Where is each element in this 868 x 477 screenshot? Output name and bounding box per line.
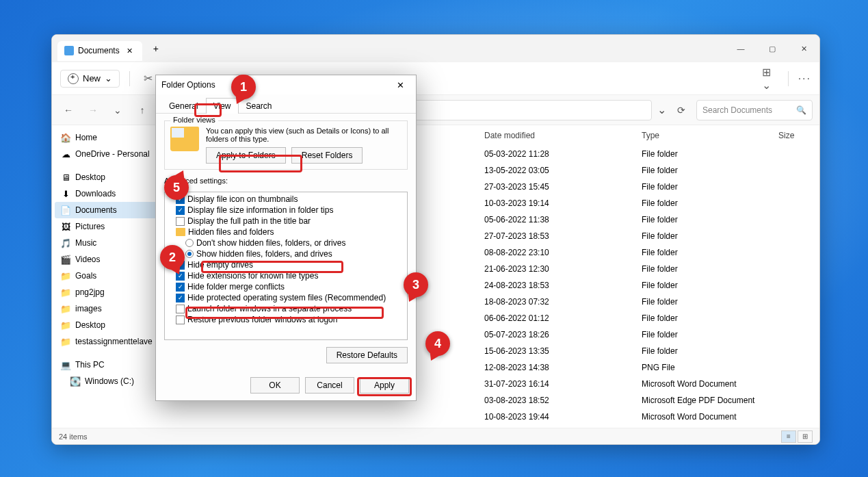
close-tab-icon[interactable]: ✕ — [124, 45, 135, 57]
close-window-button[interactable]: ✕ — [788, 38, 819, 60]
setting-hidden-files-folder[interactable]: Hidden files and folders — [166, 227, 406, 237]
pc-icon: 💻 — [60, 359, 71, 370]
col-date[interactable]: Date modified — [482, 129, 639, 142]
dialog-close-button[interactable]: ✕ — [390, 77, 410, 93]
checkbox-icon[interactable] — [176, 315, 185, 324]
folder-views-text: You can apply this view (such as Details… — [206, 127, 402, 143]
tab-search[interactable]: Search — [239, 98, 280, 114]
tab-general[interactable]: General — [161, 98, 206, 114]
advanced-settings-label: Advanced settings: — [164, 177, 408, 185]
downloads-icon: ⬇ — [60, 188, 71, 199]
details-view-button[interactable]: ≡ — [781, 430, 796, 443]
setting-hide-extensions[interactable]: ✓Hide extensions for known file types — [166, 270, 406, 281]
new-tab-button[interactable]: + — [148, 40, 164, 57]
folder-options-dialog: Folder Options ✕ General View Search Fol… — [155, 75, 417, 401]
search-placeholder: Search Documents — [702, 105, 772, 115]
restore-defaults-button[interactable]: Restore Defaults — [326, 347, 408, 363]
setting-hide-empty-drives[interactable]: ✓Hide empty drives — [166, 259, 406, 270]
folder-icon — [176, 228, 185, 236]
chevron-down-icon: ⌄ — [105, 73, 112, 83]
checkbox-icon[interactable]: ✓ — [176, 272, 185, 281]
folder-icon: 📁 — [60, 336, 71, 347]
documents-icon — [64, 46, 74, 55]
dialog-titlebar: Folder Options ✕ — [156, 75, 416, 94]
setting-file-icon-thumbnails[interactable]: ✓Display file icon on thumbnails — [166, 194, 406, 205]
folder-icon: 📁 — [60, 270, 71, 281]
setting-hide-merge-conflicts[interactable]: ✓Hide folder merge conflicts — [166, 281, 406, 292]
ok-button[interactable]: OK — [250, 377, 300, 394]
refresh-button[interactable]: ⟳ — [672, 102, 691, 118]
checkbox-icon[interactable] — [176, 305, 185, 313]
browser-tab[interactable]: Documents ✕ — [57, 41, 142, 61]
setting-restore-previous[interactable]: Restore previous folder windows at logon — [166, 314, 406, 325]
videos-icon: 🎬 — [60, 254, 71, 265]
item-count: 24 items — [59, 433, 88, 441]
folder-icon: 📁 — [60, 303, 71, 314]
documents-icon: 📄 — [60, 205, 71, 216]
setting-dont-show-hidden[interactable]: Don't show hidden files, folders, or dri… — [166, 237, 406, 248]
tab-title: Documents — [78, 46, 120, 55]
radio-icon[interactable] — [185, 250, 194, 258]
up-button[interactable]: ↑ — [133, 101, 152, 120]
onedrive-icon: ☁ — [60, 149, 71, 159]
checkbox-icon[interactable]: ✓ — [176, 206, 185, 215]
col-size[interactable]: Size — [776, 129, 819, 142]
more-options-button[interactable]: ··· — [798, 73, 811, 85]
maximize-button[interactable]: ▢ — [757, 38, 788, 60]
setting-file-size-tips[interactable]: ✓Display file size information in folder… — [166, 205, 406, 216]
forward-button[interactable]: → — [83, 101, 103, 120]
search-input[interactable]: Search Documents 🔍 — [696, 100, 813, 120]
address-dropdown-icon[interactable]: ⌄ — [657, 103, 666, 116]
disk-icon: 💽 — [70, 376, 81, 387]
folder-views-group: Folder views You can apply this view (su… — [164, 120, 408, 170]
cut-icon[interactable]: ✂ — [140, 70, 156, 87]
new-button[interactable]: New ⌄ — [60, 70, 120, 88]
music-icon: 🎵 — [60, 237, 71, 248]
grid-view-button[interactable]: ⊞ — [798, 430, 813, 443]
tab-view[interactable]: View — [206, 98, 239, 114]
desktop-icon: 🖥 — [60, 172, 71, 183]
minimize-button[interactable]: — — [725, 38, 757, 60]
advanced-settings-tree[interactable]: ✓Display file icon on thumbnails ✓Displa… — [164, 192, 408, 340]
apply-to-folders-button[interactable]: Apply to Folders — [206, 147, 286, 164]
checkbox-icon[interactable]: ✓ — [176, 195, 185, 204]
folder-icon: 📁 — [60, 287, 71, 298]
view-dropdown[interactable]: ⊞ ⌄ — [762, 70, 778, 87]
checkbox-icon[interactable]: ✓ — [176, 283, 185, 292]
setting-launch-separate-process[interactable]: Launch folder windows in a separate proc… — [166, 303, 406, 314]
folder-views-icon — [170, 127, 199, 151]
reset-folders-button[interactable]: Reset Folders — [291, 147, 363, 164]
checkbox-icon[interactable]: ✓ — [176, 294, 185, 302]
setting-full-path-titlebar[interactable]: Display the full path in the title bar — [166, 216, 406, 227]
group-label: Folder views — [170, 116, 218, 124]
back-button[interactable]: ← — [59, 101, 78, 120]
new-label: New — [83, 73, 101, 83]
setting-show-hidden[interactable]: Show hidden files, folders, and drives — [166, 248, 406, 259]
checkbox-icon[interactable]: ✓ — [176, 261, 185, 270]
search-icon: 🔍 — [796, 105, 806, 115]
cancel-button[interactable]: Cancel — [305, 377, 354, 394]
apply-button[interactable]: Apply — [360, 377, 409, 394]
tab-row: General View Search — [156, 94, 416, 114]
pictures-icon: 🖼 — [60, 221, 71, 232]
titlebar: Documents ✕ + — ▢ ✕ — [52, 35, 819, 62]
setting-hide-protected-os-files[interactable]: ✓Hide protected operating system files (… — [166, 292, 406, 303]
recent-dropdown[interactable]: ⌄ — [108, 101, 127, 120]
status-bar: 24 items ≡ ⊞ — [52, 428, 819, 444]
checkbox-icon[interactable] — [176, 217, 185, 226]
radio-icon[interactable] — [185, 239, 194, 247]
plus-icon — [68, 73, 79, 84]
col-type[interactable]: Type — [639, 129, 776, 142]
dialog-title: Folder Options — [161, 80, 215, 90]
file-row[interactable]: 10-08-2023 19:44Microsoft Word Document — [189, 409, 819, 425]
home-icon: 🏠 — [60, 132, 71, 143]
folder-icon: 📁 — [60, 320, 71, 331]
